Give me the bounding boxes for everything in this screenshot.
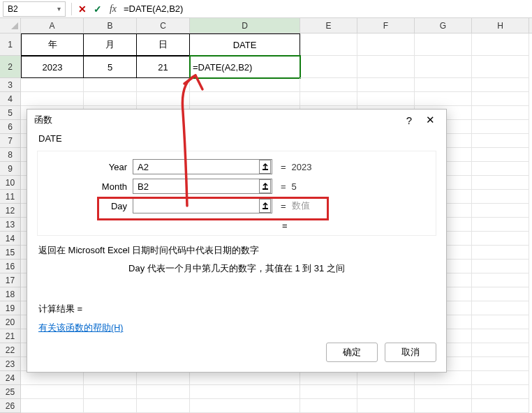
collapse-dialog-icon[interactable] [259, 160, 271, 174]
cell[interactable] [472, 329, 529, 343]
row-header[interactable]: 7 [0, 134, 21, 148]
cell[interactable] [137, 78, 190, 92]
fx-icon[interactable]: fx [105, 1, 121, 17]
cell[interactable] [84, 78, 137, 92]
row-header[interactable]: 2 [0, 56, 21, 78]
row-header[interactable]: 14 [0, 232, 21, 246]
cell[interactable] [472, 357, 529, 371]
cell[interactable] [415, 399, 472, 413]
cell[interactable] [84, 399, 137, 413]
argument-input[interactable] [133, 179, 259, 193]
argument-input[interactable] [133, 199, 259, 213]
close-icon[interactable]: ✕ [420, 114, 441, 126]
cell[interactable] [472, 176, 529, 190]
cell[interactable] [472, 301, 529, 315]
help-link[interactable]: 有关该函数的帮助(H) [38, 323, 123, 333]
column-header[interactable]: B [84, 18, 137, 33]
cell[interactable] [415, 92, 472, 106]
cell[interactable] [357, 78, 415, 92]
cell[interactable] [472, 148, 529, 162]
cell[interactable]: 年 [21, 33, 84, 56]
select-all-corner[interactable] [0, 18, 21, 33]
cell[interactable] [300, 92, 357, 106]
column-header[interactable]: A [21, 18, 84, 33]
row-header[interactable]: 23 [0, 357, 21, 371]
row-header[interactable]: 8 [0, 148, 21, 162]
cancel-button[interactable]: 取消 [385, 343, 436, 362]
row-header[interactable]: 3 [0, 78, 21, 92]
cell[interactable] [84, 371, 137, 385]
column-header[interactable]: E [300, 18, 357, 33]
cell[interactable] [415, 33, 472, 56]
cell[interactable] [472, 33, 529, 56]
cell[interactable] [21, 78, 84, 92]
cell[interactable] [472, 371, 529, 385]
ok-button[interactable]: 确定 [326, 343, 378, 362]
cell[interactable] [472, 204, 529, 218]
cell[interactable] [300, 371, 357, 385]
row-header[interactable]: 16 [0, 260, 21, 273]
column-header[interactable]: G [415, 18, 472, 33]
cell[interactable] [415, 78, 472, 92]
cell[interactable] [190, 78, 300, 92]
cell[interactable] [300, 385, 357, 399]
cell[interactable] [84, 92, 137, 106]
row-header[interactable]: 12 [0, 204, 21, 218]
cell[interactable] [21, 92, 84, 106]
row-header[interactable]: 24 [0, 371, 21, 385]
cell[interactable]: 日 [137, 33, 190, 56]
cell[interactable] [472, 385, 529, 399]
cell[interactable]: DATE [190, 33, 300, 56]
cell[interactable]: 5 [84, 56, 137, 78]
help-icon[interactable]: ? [399, 114, 420, 126]
cell[interactable] [472, 78, 529, 92]
row-header[interactable]: 18 [0, 287, 21, 301]
cell[interactable]: 2023 [21, 56, 84, 78]
cell[interactable] [415, 385, 472, 399]
cell[interactable] [21, 385, 84, 399]
cell[interactable] [300, 78, 357, 92]
row-header[interactable]: 9 [0, 162, 21, 176]
cell[interactable] [472, 287, 529, 301]
row-header[interactable]: 1 [0, 33, 21, 56]
column-header[interactable]: C [137, 18, 190, 33]
cell[interactable] [357, 56, 415, 78]
cell[interactable] [357, 92, 415, 106]
cell[interactable] [472, 246, 529, 260]
cell[interactable] [472, 232, 529, 246]
cell[interactable] [472, 315, 529, 329]
cell[interactable] [300, 33, 357, 56]
cell[interactable] [415, 371, 472, 385]
cell[interactable] [137, 92, 190, 106]
cancel-formula-icon[interactable]: ✕ [75, 1, 90, 17]
cell[interactable] [190, 399, 300, 413]
row-header[interactable]: 22 [0, 343, 21, 357]
row-header[interactable]: 13 [0, 218, 21, 232]
cell[interactable] [137, 371, 190, 385]
cell[interactable] [472, 56, 529, 78]
dialog-titlebar[interactable]: 函数 ? ✕ [27, 110, 446, 130]
row-header[interactable]: 5 [0, 106, 21, 120]
row-header[interactable]: 19 [0, 301, 21, 315]
cell[interactable] [472, 343, 529, 357]
cell[interactable] [190, 385, 300, 399]
cell[interactable]: 21 [137, 56, 190, 78]
cell[interactable] [472, 106, 529, 120]
row-header[interactable]: 20 [0, 315, 21, 329]
formula-input[interactable]: =DATE(A2,B2) [121, 3, 532, 14]
collapse-dialog-icon[interactable] [259, 179, 271, 193]
cell[interactable] [472, 120, 529, 134]
cell[interactable] [357, 385, 415, 399]
name-box[interactable]: B2 ▾ [3, 1, 66, 17]
cell[interactable] [472, 162, 529, 176]
argument-input[interactable] [133, 160, 259, 174]
cell[interactable] [472, 218, 529, 232]
collapse-dialog-icon[interactable] [259, 199, 271, 213]
cell[interactable] [472, 134, 529, 148]
chevron-down-icon[interactable]: ▾ [57, 5, 61, 13]
cell[interactable] [21, 399, 84, 413]
cell[interactable] [357, 33, 415, 56]
column-header[interactable]: D [190, 18, 300, 33]
cell[interactable] [190, 92, 300, 106]
cell[interactable] [415, 56, 472, 78]
